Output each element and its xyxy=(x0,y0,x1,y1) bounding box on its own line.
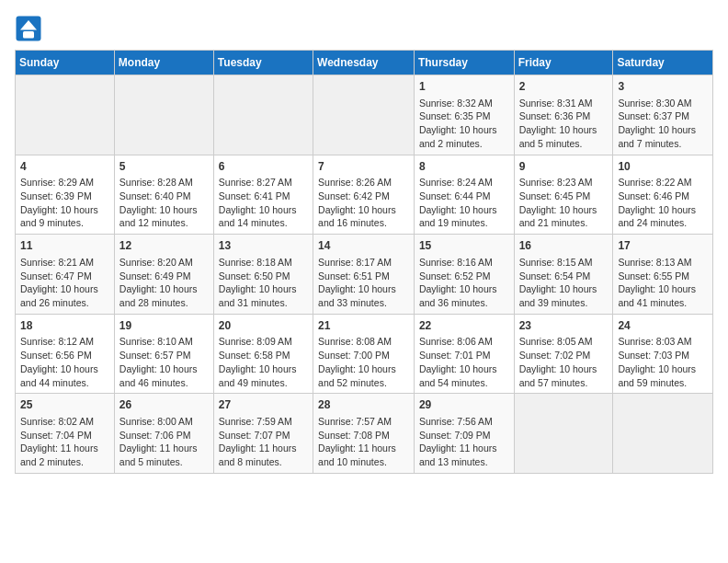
day-info: Daylight: 11 hours xyxy=(20,442,109,455)
day-info: Daylight: 10 hours xyxy=(318,203,409,217)
day-info: Sunrise: 8:12 AM xyxy=(20,335,109,349)
calendar-cell xyxy=(514,394,613,474)
column-header-friday: Friday xyxy=(514,51,613,75)
day-info: and 12 minutes. xyxy=(119,216,209,230)
logo xyxy=(15,15,46,42)
calendar-cell: 15Sunrise: 8:16 AMSunset: 6:52 PMDayligh… xyxy=(414,235,514,315)
day-info: Sunrise: 8:18 AM xyxy=(219,256,308,270)
day-number: 20 xyxy=(219,318,308,334)
day-info: Sunset: 6:49 PM xyxy=(119,270,209,283)
day-info: Sunset: 7:02 PM xyxy=(519,349,609,362)
day-info: and 19 minutes. xyxy=(419,216,509,230)
day-info: and 5 minutes. xyxy=(119,455,209,469)
calendar-cell: 22Sunrise: 8:06 AMSunset: 7:01 PMDayligh… xyxy=(414,314,514,394)
day-info: and 54 minutes. xyxy=(419,376,509,390)
day-info: and 33 minutes. xyxy=(318,296,409,310)
day-info: and 10 minutes. xyxy=(318,455,409,469)
day-info: and 57 minutes. xyxy=(519,376,609,390)
day-info: Sunrise: 8:21 AM xyxy=(20,256,109,270)
day-info: Daylight: 10 hours xyxy=(419,123,509,137)
day-info: Sunrise: 8:22 AM xyxy=(618,176,708,190)
day-info: and 2 minutes. xyxy=(419,137,509,151)
calendar-cell: 6Sunrise: 8:27 AMSunset: 6:41 PMDaylight… xyxy=(213,155,313,235)
calendar-cell: 4Sunrise: 8:29 AMSunset: 6:39 PMDaylight… xyxy=(16,155,115,235)
day-info: Sunset: 6:45 PM xyxy=(519,190,609,203)
day-info: Sunrise: 8:31 AM xyxy=(519,97,609,110)
day-number: 25 xyxy=(20,397,109,413)
calendar-cell: 20Sunrise: 8:09 AMSunset: 6:58 PMDayligh… xyxy=(213,314,313,394)
day-number: 16 xyxy=(519,238,609,254)
day-info: and 16 minutes. xyxy=(318,216,409,230)
day-info: Sunset: 6:50 PM xyxy=(219,270,308,283)
day-number: 28 xyxy=(318,397,409,413)
day-info: Sunrise: 8:10 AM xyxy=(119,335,209,349)
day-info: Sunrise: 8:23 AM xyxy=(519,176,609,190)
day-number: 18 xyxy=(20,318,109,334)
day-number: 19 xyxy=(119,318,209,334)
calendar-cell xyxy=(313,75,415,155)
day-info: Sunrise: 8:02 AM xyxy=(20,415,109,429)
day-number: 12 xyxy=(119,238,209,254)
day-info: Daylight: 10 hours xyxy=(419,362,509,376)
day-info: Daylight: 10 hours xyxy=(318,362,409,376)
calendar-cell: 3Sunrise: 8:30 AMSunset: 6:37 PMDaylight… xyxy=(613,75,713,155)
day-info: Daylight: 10 hours xyxy=(618,282,708,296)
day-info: Daylight: 10 hours xyxy=(519,123,609,137)
day-info: Sunset: 6:37 PM xyxy=(618,109,708,123)
day-info: Sunrise: 8:00 AM xyxy=(119,415,209,429)
day-info: Sunset: 6:35 PM xyxy=(419,109,509,123)
day-info: Sunset: 6:55 PM xyxy=(618,270,708,283)
calendar-week-row: 4Sunrise: 8:29 AMSunset: 6:39 PMDaylight… xyxy=(16,155,713,235)
day-info: Sunrise: 8:13 AM xyxy=(618,256,708,270)
day-info: Sunset: 6:47 PM xyxy=(20,270,109,283)
calendar-cell: 1Sunrise: 8:32 AMSunset: 6:35 PMDaylight… xyxy=(414,75,514,155)
calendar-week-row: 18Sunrise: 8:12 AMSunset: 6:56 PMDayligh… xyxy=(16,314,713,394)
day-info: Sunrise: 8:30 AM xyxy=(618,97,708,110)
calendar-cell: 19Sunrise: 8:10 AMSunset: 6:57 PMDayligh… xyxy=(114,314,213,394)
day-info: Sunrise: 8:32 AM xyxy=(419,97,509,110)
day-info: Daylight: 10 hours xyxy=(219,203,308,217)
day-info: Sunrise: 8:15 AM xyxy=(519,256,609,270)
day-info: and 5 minutes. xyxy=(519,137,609,151)
day-info: Daylight: 10 hours xyxy=(119,362,209,376)
day-number: 10 xyxy=(618,159,708,175)
day-info: Sunrise: 8:08 AM xyxy=(318,335,409,349)
day-info: Daylight: 11 hours xyxy=(219,442,308,455)
day-number: 7 xyxy=(318,159,409,175)
day-info: Sunset: 6:54 PM xyxy=(519,270,609,283)
calendar-cell: 7Sunrise: 8:26 AMSunset: 6:42 PMDaylight… xyxy=(313,155,415,235)
day-info: and 2 minutes. xyxy=(20,455,109,469)
column-header-tuesday: Tuesday xyxy=(213,51,313,75)
day-info: Sunset: 7:03 PM xyxy=(618,349,708,362)
day-info: Sunset: 7:06 PM xyxy=(119,429,209,442)
calendar-cell: 25Sunrise: 8:02 AMSunset: 7:04 PMDayligh… xyxy=(16,394,115,474)
svg-rect-2 xyxy=(23,31,34,39)
day-info: Daylight: 10 hours xyxy=(618,203,708,217)
day-info: and 36 minutes. xyxy=(419,296,509,310)
day-info: Daylight: 10 hours xyxy=(219,282,308,296)
day-info: Sunrise: 8:09 AM xyxy=(219,335,308,349)
day-info: Daylight: 10 hours xyxy=(618,362,708,376)
day-info: Sunset: 7:07 PM xyxy=(219,429,308,442)
calendar-cell xyxy=(613,394,713,474)
day-number: 26 xyxy=(119,397,209,413)
day-info: Sunrise: 8:05 AM xyxy=(519,335,609,349)
day-info: and 46 minutes. xyxy=(119,376,209,390)
day-info: Sunset: 6:57 PM xyxy=(119,349,209,362)
day-info: Sunrise: 8:28 AM xyxy=(119,176,209,190)
day-info: Sunrise: 8:17 AM xyxy=(318,256,409,270)
day-number: 17 xyxy=(618,238,708,254)
day-info: Sunrise: 8:20 AM xyxy=(119,256,209,270)
day-info: Sunrise: 8:26 AM xyxy=(318,176,409,190)
day-info: Sunrise: 8:24 AM xyxy=(419,176,509,190)
day-info: Sunset: 6:40 PM xyxy=(119,190,209,203)
day-info: Daylight: 10 hours xyxy=(318,282,409,296)
logo-icon xyxy=(15,15,42,42)
day-info: and 59 minutes. xyxy=(618,376,708,390)
day-number: 8 xyxy=(419,159,509,175)
day-number: 14 xyxy=(318,238,409,254)
day-number: 13 xyxy=(219,238,308,254)
day-number: 2 xyxy=(519,79,609,95)
day-info: Sunrise: 7:56 AM xyxy=(419,415,509,429)
day-number: 21 xyxy=(318,318,409,334)
